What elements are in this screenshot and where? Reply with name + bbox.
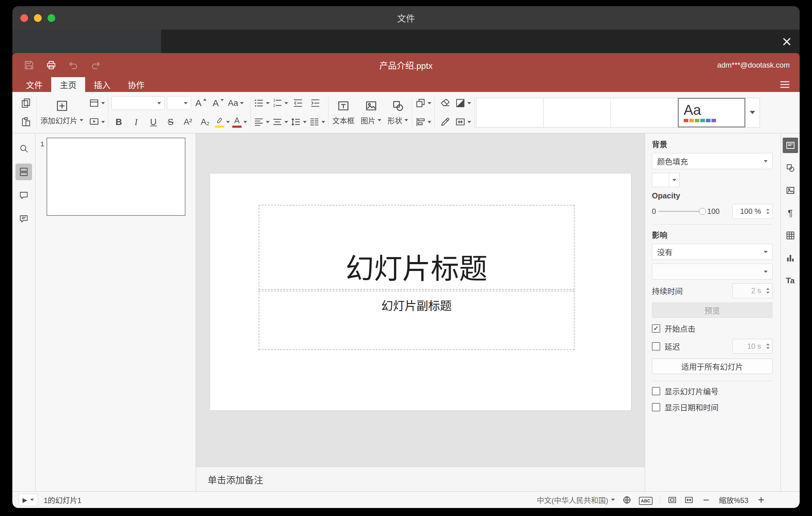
start-slideshow-statusbar-button[interactable]: ▶	[19, 494, 38, 506]
delay-spinner[interactable]: 10 s	[732, 339, 773, 354]
superscript-button[interactable]: A²	[180, 114, 195, 130]
numbering-button[interactable]: 12	[272, 95, 288, 111]
change-case-button[interactable]: Aa	[228, 95, 244, 111]
add-slide-button[interactable]: 添加幻灯片	[37, 94, 86, 130]
image-settings-button[interactable]	[783, 183, 798, 198]
comments-panel-button[interactable]	[16, 187, 32, 204]
print-button[interactable]	[42, 56, 60, 74]
fill-type-select[interactable]: 颜色填充	[652, 153, 773, 169]
duration-value: 2 s	[751, 286, 761, 295]
show-slide-number-checkbox[interactable]	[652, 387, 660, 395]
duration-spinner[interactable]: 2 s	[732, 283, 773, 298]
paste-button[interactable]	[19, 114, 33, 130]
spinner-arrows[interactable]	[766, 343, 770, 349]
chart-settings-button[interactable]	[783, 250, 798, 266]
tab-collaboration[interactable]: 协作	[119, 77, 153, 92]
italic-button[interactable]: I	[129, 114, 143, 130]
bullets-button[interactable]	[254, 95, 270, 111]
start-on-click-checkbox[interactable]: ✓	[652, 324, 660, 333]
arrange-shape-button[interactable]	[415, 95, 431, 111]
vertical-align-button[interactable]	[272, 114, 288, 130]
font-color-button[interactable]: A	[232, 114, 247, 130]
chat-panel-button[interactable]	[16, 210, 32, 227]
clear-style-button[interactable]	[438, 95, 453, 111]
insert-image-button[interactable]: 图片	[357, 94, 384, 130]
maximize-traffic-button[interactable]	[48, 14, 55, 22]
decrease-indent-button[interactable]	[291, 95, 306, 111]
paragraph-settings-button[interactable]: ¶	[783, 205, 798, 221]
slide-canvas[interactable]: 幻灯片标题 幻灯片副标题	[196, 133, 645, 467]
copy-style-button[interactable]	[438, 114, 453, 130]
line-spacing-button[interactable]	[291, 114, 307, 130]
close-traffic-button[interactable]	[20, 14, 28, 22]
slide-thumbnail[interactable]	[47, 138, 185, 216]
bold-button[interactable]: B	[111, 114, 126, 130]
zoom-in-button[interactable]: +	[756, 494, 766, 506]
theme-tile[interactable]	[476, 98, 544, 127]
slide-title-placeholder[interactable]: 幻灯片标题	[259, 205, 575, 290]
decrease-font-button[interactable]: A	[211, 95, 226, 111]
subscript-button[interactable]: A₂	[198, 114, 212, 130]
insert-textbox-button[interactable]: 文本框	[329, 94, 357, 130]
menu-button[interactable]	[779, 79, 790, 90]
slide[interactable]: 幻灯片标题 幻灯片副标题	[210, 173, 631, 410]
fit-to-slide-button[interactable]	[668, 495, 677, 505]
start-on-click-label: 开始点击	[665, 323, 695, 334]
tab-home[interactable]: 主页	[51, 77, 85, 92]
fill-color-picker[interactable]	[652, 173, 680, 187]
color-scheme-button[interactable]	[455, 95, 471, 111]
apply-to-all-slides-button[interactable]: 适用于所有幻灯片	[652, 359, 773, 374]
slides-panel-button[interactable]	[16, 164, 32, 180]
tab-file[interactable]: 文件	[17, 77, 51, 92]
columns-button[interactable]	[309, 114, 325, 130]
spellcheck-button[interactable]: ABC	[639, 496, 652, 504]
copy-button[interactable]	[19, 95, 33, 111]
opacity-slider-thumb[interactable]	[699, 208, 706, 215]
table-settings-button[interactable]	[783, 228, 798, 243]
theme-tile[interactable]	[543, 98, 611, 127]
preview-button[interactable]: 预览	[652, 303, 773, 318]
undo-button[interactable]	[65, 56, 82, 74]
status-bar: ▶ 1的幻灯片1 中文(中华人民共和国) ABC − 缩放%53 +	[12, 491, 800, 508]
slide-size-button[interactable]	[455, 114, 471, 130]
show-date-time-checkbox[interactable]	[652, 403, 660, 411]
opacity-slider[interactable]	[658, 211, 705, 212]
slide-settings-button[interactable]	[783, 138, 798, 153]
opacity-spinner[interactable]: 100 %	[732, 204, 773, 219]
close-icon[interactable]: ×	[782, 33, 792, 50]
search-panel-button[interactable]	[16, 140, 32, 157]
tab-insert[interactable]: 插入	[85, 77, 119, 92]
slide-layout-button[interactable]	[89, 95, 105, 111]
fill-color-dropdown[interactable]	[669, 173, 680, 187]
align-shape-button[interactable]	[415, 114, 431, 130]
start-slideshow-button[interactable]	[89, 114, 105, 130]
notes-area[interactable]: 单击添加备注	[196, 467, 645, 491]
theme-tile[interactable]	[611, 98, 678, 127]
redo-button[interactable]	[87, 56, 104, 74]
spinner-arrows[interactable]	[766, 288, 770, 293]
slide-subtitle-placeholder[interactable]: 幻灯片副标题	[259, 291, 575, 350]
horizontal-align-button[interactable]	[254, 114, 270, 130]
document-language-button[interactable]	[622, 495, 632, 505]
insert-shape-button[interactable]: 形状	[384, 94, 411, 130]
shape-settings-button[interactable]	[783, 160, 798, 176]
fit-to-width-button[interactable]	[684, 495, 694, 505]
increase-indent-button[interactable]	[308, 95, 323, 111]
strikethrough-button[interactable]: S	[163, 114, 178, 130]
spinner-arrows[interactable]	[766, 209, 770, 214]
effect-select[interactable]: 没有	[652, 244, 773, 260]
font-size-combo[interactable]	[167, 96, 191, 110]
textart-settings-button[interactable]: Ta	[783, 273, 798, 288]
language-selector[interactable]: 中文(中华人民共和国)	[537, 494, 615, 505]
highlight-color-button[interactable]	[215, 114, 230, 130]
increase-font-button[interactable]: A	[194, 95, 208, 111]
effect-variant-select[interactable]	[652, 263, 773, 280]
theme-tile-selected[interactable]: Aa	[678, 98, 745, 127]
save-button[interactable]	[20, 56, 38, 74]
underline-button[interactable]: U	[146, 114, 161, 130]
zoom-out-button[interactable]: −	[701, 494, 712, 506]
delay-checkbox[interactable]	[652, 342, 660, 351]
theme-gallery-more-button[interactable]	[745, 98, 760, 127]
minimize-traffic-button[interactable]	[34, 14, 42, 22]
font-name-combo[interactable]	[111, 96, 165, 110]
